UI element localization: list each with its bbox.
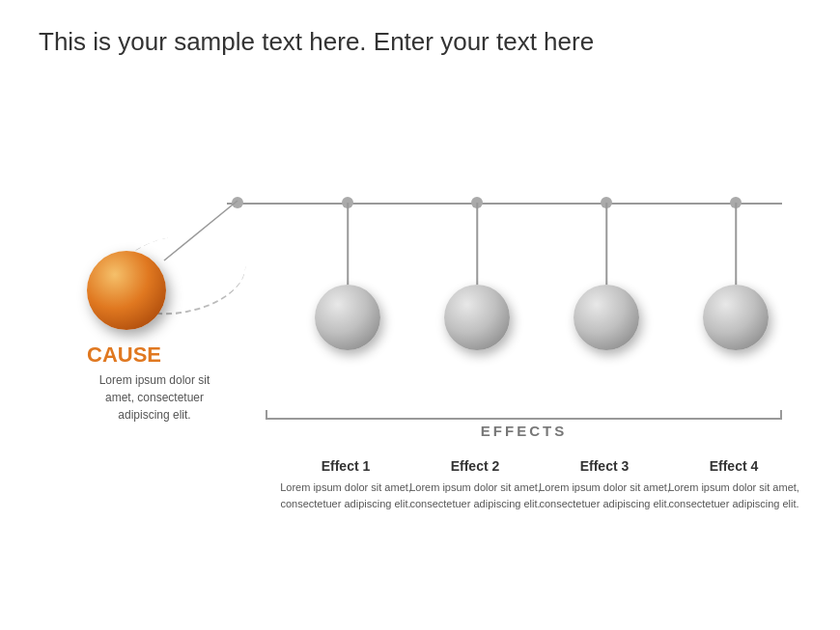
effect-3-desc: Lorem ipsum dolor sit amet, consectetuer…	[537, 479, 672, 511]
effect-col-4: Effect 4 Lorem ipsum dolor sit amet, con…	[666, 458, 801, 511]
cause-ball	[87, 251, 166, 330]
effect-col-3: Effect 3 Lorem ipsum dolor sit amet, con…	[537, 458, 672, 511]
effect-4-title: Effect 4	[666, 458, 801, 474]
bracket-left	[266, 410, 267, 420]
effect-1-desc: Lorem ipsum dolor sit amet, consectetuer…	[278, 479, 413, 511]
bracket-right	[780, 410, 782, 420]
effect-col-2: Effect 2 Lorem ipsum dolor sit amet, con…	[407, 458, 543, 511]
string-1	[347, 203, 349, 285]
cause-label: CAUSE	[87, 342, 161, 368]
effect-3-title: Effect 3	[537, 458, 672, 474]
cause-description: Lorem ipsum dolor sit amet, consectetuer…	[87, 371, 222, 424]
effect-4-desc: Lorem ipsum dolor sit amet, consectetuer…	[666, 479, 801, 511]
gray-ball-2	[444, 285, 510, 350]
bracket-line	[266, 418, 782, 420]
string-3	[605, 203, 607, 285]
gray-ball-4	[703, 285, 769, 350]
diagram-area: CAUSE Lorem ipsum dolor sit amet, consec…	[58, 125, 801, 511]
effect-1-title: Effect 1	[278, 458, 413, 474]
effect-2-title: Effect 2	[407, 458, 543, 474]
string-4	[735, 203, 737, 285]
effect-2-desc: Lorem ipsum dolor sit amet, consectetuer…	[407, 479, 543, 511]
gray-ball-3	[574, 285, 639, 350]
string-2	[476, 203, 478, 285]
gray-ball-1	[315, 285, 380, 350]
horizontal-line	[227, 203, 782, 205]
effect-col-1: Effect 1 Lorem ipsum dolor sit amet, con…	[278, 458, 413, 511]
page-title: This is your sample text here. Enter you…	[39, 27, 594, 57]
effects-label: EFFECTS	[266, 423, 782, 439]
